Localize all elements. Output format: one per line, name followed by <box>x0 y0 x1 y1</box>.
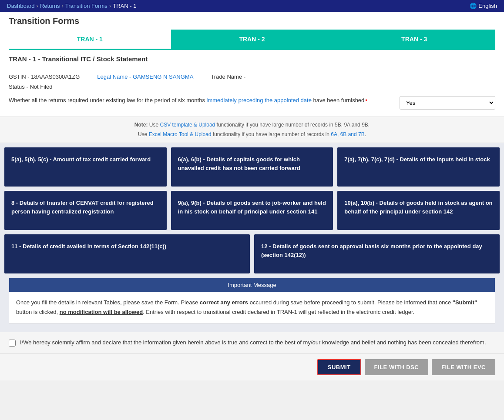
page-title-bar: Transition Forms TRAN - 1 TRAN - 2 TRAN … <box>0 12 504 50</box>
card-10ab-label: 10(a), 10(b) - Details of goods held in … <box>344 199 493 216</box>
card-5abc-label: 5(a), 5(b), 5(c) - Amount of tax credit … <box>11 155 151 164</box>
declaration-text: I/We hereby solemnly affirm and declare … <box>20 338 486 347</box>
card-11-label: 11 - Details of credit availed in terms … <box>11 242 166 251</box>
cards-grid-2: 8 - Details of transfer of CENVAT credit… <box>4 191 500 230</box>
breadcrumb-current: TRAN - 1 <box>113 3 136 9</box>
cards-grid: 5(a), 5(b), 5(c) - Amount of tax credit … <box>4 147 500 187</box>
question-row: Whether all the returns required under e… <box>0 92 504 117</box>
question-label: Whether all the returns required under e… <box>9 97 364 103</box>
important-body: Once you fill the details in relevant Ta… <box>9 292 495 323</box>
gstin-info: GSTIN - 18AAAS0300A1ZG <box>9 73 80 80</box>
note-line1: Note: Use CSV template & Upload function… <box>9 120 495 130</box>
no-modification-text: no modification will be allowed <box>60 309 143 315</box>
status-row: Status - Not Filed <box>0 82 504 92</box>
note-box: Note: Use CSV template & Upload function… <box>0 117 504 143</box>
cards-section: 5(a), 5(b), 5(c) - Amount of tax credit … <box>0 143 504 332</box>
globe-icon: 🌐 <box>470 3 477 9</box>
submit-quote: "Submit" <box>453 299 477 306</box>
card-8[interactable]: 8 - Details of transfer of CENVAT credit… <box>4 191 167 230</box>
card-9ab[interactable]: 9(a), 9(b) - Details of goods sent to jo… <box>171 191 333 230</box>
declaration-row: I/We hereby solemnly affirm and declare … <box>0 332 504 353</box>
breadcrumb-dashboard[interactable]: Dashboard <box>7 3 35 9</box>
file-with-evc-button[interactable]: FILE WITH EVC <box>432 359 495 375</box>
tabs-bar: TRAN - 1 TRAN - 2 TRAN - 3 <box>9 30 495 50</box>
csv-link[interactable]: CSV template & Upload <box>160 122 215 128</box>
section-header: TRAN - 1 - Transitional ITC / Stock Stat… <box>0 50 504 68</box>
info-row: GSTIN - 18AAAS0300A1ZG Legal Name - GAMS… <box>0 68 504 82</box>
card-7abcd-label: 7(a), 7(b), 7(c), 7(d) - Details of the … <box>344 155 490 164</box>
card-7abcd[interactable]: 7(a), 7(b), 7(c), 7(d) - Details of the … <box>337 147 500 187</box>
correct-errors-text: correct any errors <box>200 299 248 306</box>
card-6ab-label: 6(a), 6(b) - Details of capitals goods f… <box>178 155 326 172</box>
language-selector[interactable]: 🌐 English <box>470 3 497 9</box>
breadcrumb-returns[interactable]: Returns <box>40 3 60 9</box>
card-9ab-label: 9(a), 9(b) - Details of goods sent to jo… <box>178 199 326 216</box>
excel-link[interactable]: Excel Macro Tool & Upload <box>149 131 212 137</box>
sep2: › <box>61 3 63 9</box>
sep3: › <box>109 3 111 9</box>
question-dropdown[interactable]: Yes No <box>400 96 495 110</box>
important-header: Important Message <box>9 278 495 292</box>
legal-name-info: Legal Name - GAMSENG N SANGMA <box>97 73 193 80</box>
language-label: English <box>478 3 497 9</box>
page-title: Transition Forms <box>9 16 495 30</box>
breadcrumb-transition-forms[interactable]: Transition Forms <box>65 3 108 9</box>
declaration-checkbox[interactable] <box>9 340 16 347</box>
card-11[interactable]: 11 - Details of credit availed in terms … <box>4 234 250 273</box>
important-section: Important Message Once you fill the deta… <box>9 278 495 323</box>
card-12-label: 12 - Details of goods sent on approval b… <box>261 242 493 259</box>
cards-grid-3: 11 - Details of credit availed in terms … <box>4 234 500 273</box>
card-5abc[interactable]: 5(a), 5(b), 5(c) - Amount of tax credit … <box>4 147 167 187</box>
tab-tran1[interactable]: TRAN - 1 <box>9 30 171 50</box>
main-content: TRAN - 1 - Transitional ITC / Stock Stat… <box>0 50 504 143</box>
sep1: › <box>37 3 38 9</box>
tab-tran2[interactable]: TRAN - 2 <box>171 30 333 50</box>
tab-tran3[interactable]: TRAN - 3 <box>333 30 495 50</box>
submit-button[interactable]: SUBMIT <box>317 359 361 375</box>
note-line2: Use Excel Macro Tool & Upload functional… <box>9 130 495 140</box>
card-6ab[interactable]: 6(a), 6(b) - Details of capitals goods f… <box>171 147 333 187</box>
card-12[interactable]: 12 - Details of goods sent on approval b… <box>254 234 500 273</box>
required-marker: • <box>365 97 367 103</box>
card-10ab[interactable]: 10(a), 10(b) - Details of goods held in … <box>337 191 500 230</box>
question-dropdown-wrap: Yes No <box>400 96 495 110</box>
file-with-dsc-button[interactable]: FILE WITH DSC <box>365 359 429 375</box>
trade-name-info: Trade Name - <box>211 73 245 80</box>
question-text: Whether all the returns required under e… <box>9 96 391 105</box>
bottom-buttons: SUBMIT FILE WITH DSC FILE WITH EVC <box>0 353 504 380</box>
breadcrumb: Dashboard › Returns › Transition Forms ›… <box>7 3 136 9</box>
card-8-label: 8 - Details of transfer of CENVAT credit… <box>11 199 160 216</box>
top-nav: Dashboard › Returns › Transition Forms ›… <box>0 0 504 12</box>
